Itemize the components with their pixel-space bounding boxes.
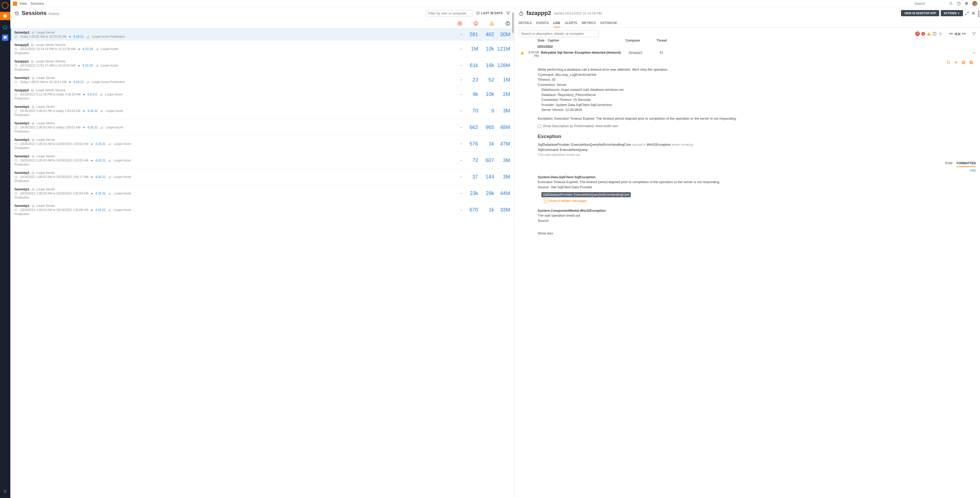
level-error-icon[interactable]: ✕ [915, 32, 920, 36]
nav-info-icon[interactable] [1, 23, 9, 32]
nav-chat-icon[interactable] [2, 35, 8, 41]
tab-events[interactable]: EVENTS [536, 19, 549, 27]
svg-rect-88 [110, 160, 110, 162]
svg-rect-53 [88, 82, 88, 83]
avatar[interactable] [972, 1, 977, 6]
session-row[interactable]: fazwebp1 Loupe Server Today 1:00:02 AM t… [10, 29, 514, 41]
filter-input[interactable] [428, 11, 472, 15]
filter-icon[interactable] [506, 11, 510, 16]
session-c3: 10k [478, 91, 494, 97]
global-search-input[interactable] [915, 2, 945, 5]
nav-settings-icon[interactable] [1, 487, 9, 495]
actions-button[interactable]: ACTIONS▼ [941, 10, 963, 16]
session-row[interactable]: fazappp1 Loupe Server Service 10/12/2022… [10, 57, 514, 74]
level-settings-icon[interactable] [937, 31, 943, 36]
expand-icon[interactable] [964, 10, 969, 16]
svg-rect-46 [97, 65, 97, 67]
chart-icon [86, 35, 89, 38]
session-row[interactable]: fazwebp1 Loupe Server 10/25/2022 1:00:02… [10, 152, 514, 169]
chart-icon [108, 208, 111, 211]
session-app: Loupe Server [37, 31, 55, 34]
svg-rect-135 [970, 62, 973, 64]
tab-formatted[interactable]: FORMATTED [957, 161, 976, 167]
timerange-picker[interactable]: LAST 30 DAYS [476, 11, 503, 15]
show-less-link[interactable]: Show less [538, 231, 976, 236]
version-dot: ● [91, 142, 93, 146]
entry-time: 8:00:59 PM [526, 51, 541, 58]
tab-raw[interactable]: RAW [945, 161, 953, 167]
filter-input-wrap[interactable] [426, 10, 473, 16]
nav-next-icon[interactable]: ▶ [958, 31, 961, 36]
session-row[interactable]: fazwebp1 Loupe Server 10/26/2022 1:00:02… [10, 103, 514, 119]
show-hidden-link[interactable]: +Show 8 hidden messages [544, 198, 587, 203]
close-icon[interactable] [971, 10, 976, 16]
bell-icon[interactable] [964, 1, 969, 6]
svg-rect-38 [96, 49, 96, 50]
session-host: fazwebp1 [14, 171, 30, 174]
stack-1: System.Data.SqlClient.SqlException Execu… [538, 174, 976, 203]
session-version: 4.10.21 [95, 208, 106, 212]
tab-alerts[interactable]: ALERTS [565, 19, 577, 27]
log-entry[interactable]: 8:00:59 PM Retryable Sql Server Exceptio… [519, 49, 976, 59]
nav-last-icon[interactable]: ⏭ [962, 31, 966, 36]
session-row[interactable]: fazwebp1 Loupe Server 10/24/2022 1:00:02… [10, 169, 514, 185]
menu-view[interactable]: View [20, 2, 27, 5]
entry-caption: Retryable Sql Server Exception detected … [541, 51, 628, 58]
session-version: 4.10.21 [87, 109, 98, 113]
action-stack-icon[interactable] [961, 60, 966, 65]
svg-rect-62 [32, 106, 34, 106]
svg-rect-108 [108, 210, 109, 211]
level-critical-icon[interactable] [920, 31, 926, 36]
session-row[interactable]: fazwebp1 Loupe Server 10/24/2022 1:00:03… [10, 185, 514, 202]
svg-rect-31 [86, 37, 87, 38]
chart-icon [95, 48, 99, 51]
nav-home-icon[interactable] [2, 2, 8, 9]
level-warning-icon[interactable] [926, 31, 932, 36]
entry-actions [519, 59, 976, 67]
svg-point-124 [929, 35, 929, 35]
tab-log[interactable]: LOG [554, 19, 560, 27]
log-search-input[interactable] [519, 30, 599, 37]
nav-sessions-icon[interactable] [0, 12, 10, 20]
svg-rect-73 [100, 128, 101, 129]
session-version: 4.10.21 [95, 142, 106, 146]
session-version: 4.10.21 [73, 35, 84, 38]
chevron-down-icon[interactable] [972, 51, 976, 58]
session-row[interactable]: fazwebp1 Loupe Server Today 1:00:02 AM t… [10, 74, 514, 86]
search-icon[interactable] [949, 1, 953, 6]
view-desktop-button[interactable]: VIEW IN DESKTOP APP [901, 10, 939, 16]
scrollbar[interactable] [977, 7, 980, 498]
action-copy-icon[interactable] [969, 60, 973, 65]
session-row[interactable]: fazwebp1 Loupe Server 10/25/2022 1:00:02… [10, 136, 514, 152]
log-filter-icon[interactable] [972, 32, 976, 36]
level-info-icon[interactable] [932, 31, 937, 36]
svg-rect-36 [15, 48, 17, 51]
tab-database[interactable]: DATABASE [600, 19, 617, 27]
nav-first-icon[interactable]: ⏮ [949, 31, 953, 36]
preformatted-checkbox[interactable]: Show Description as Preformatted, fixed … [538, 124, 976, 129]
session-c2: 37 [462, 174, 478, 180]
version-dot: ● [78, 47, 80, 51]
session-c3: 29k [478, 190, 494, 196]
session-row[interactable]: fazwebp1 Loupe Server 10/26/2022 1:00:02… [10, 119, 514, 136]
action-replay-icon[interactable] [947, 60, 951, 65]
copy-link[interactable]: copy [538, 168, 976, 173]
svg-rect-39 [97, 49, 97, 50]
session-row[interactable]: fazappp2 Loupe Server Service 10/11/2022… [10, 41, 514, 57]
tab-metrics[interactable]: METRICS [582, 19, 596, 27]
action-bolt-icon[interactable] [954, 60, 958, 65]
scrollbar[interactable] [512, 7, 514, 498]
session-row[interactable]: fazappp2 Loupe Server Service 10/15/2022… [10, 86, 514, 103]
menu-sessions[interactable]: Sessions [30, 2, 44, 5]
nav-prev-icon[interactable]: ◀ [954, 31, 957, 36]
calendar-icon [14, 208, 17, 212]
svg-rect-64 [15, 110, 17, 113]
session-time: Today 1:00:02 AM to 10:23:26 AM [20, 35, 66, 38]
session-row[interactable]: fazwebp1 Loupe Server 10/23/2022 1:00:02… [10, 202, 514, 218]
format-tabs: RAW FORMATTED [538, 161, 976, 167]
session-c2: 281 [462, 32, 478, 37]
server-icon [31, 89, 33, 92]
tab-details[interactable]: DETAILS [519, 19, 531, 27]
session-version: 4.10.21 [95, 175, 106, 179]
help-icon[interactable] [957, 1, 961, 6]
